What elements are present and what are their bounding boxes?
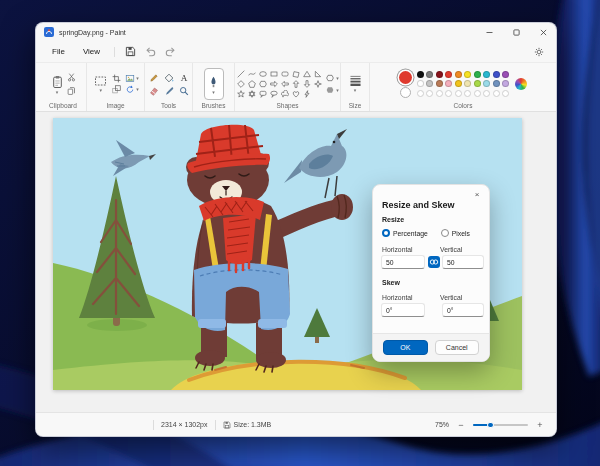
skew-vertical-input[interactable]: [442, 303, 484, 317]
palette-color-r2-5[interactable]: [464, 80, 471, 87]
polygon-shape-icon[interactable]: [291, 70, 300, 79]
palette-color-r1-5[interactable]: [464, 71, 471, 78]
palette-empty-slot-7[interactable]: [483, 90, 490, 97]
palette-empty-slot-8[interactable]: [493, 90, 500, 97]
close-button[interactable]: [532, 23, 554, 41]
shape-outline-button[interactable]: ▾: [325, 74, 339, 82]
line-shape-icon[interactable]: [236, 70, 245, 79]
ribbon-section-image: ▾ ▾ ▾ Image: [87, 63, 145, 111]
edit-colors-wheel-icon[interactable]: [515, 78, 527, 90]
palette-color-r2-6[interactable]: [474, 80, 481, 87]
gear-icon[interactable]: [530, 44, 548, 60]
image-section-label: Image: [106, 102, 124, 110]
palette-color-r1-9[interactable]: [502, 71, 509, 78]
rotate-icon[interactable]: [125, 85, 135, 94]
radio-pixels[interactable]: Pixels: [441, 229, 470, 237]
arrow-right-shape-icon[interactable]: [269, 80, 278, 89]
pencil-tool-icon[interactable]: [148, 73, 159, 83]
palette-color-r2-0[interactable]: [417, 80, 424, 87]
palette-color-r2-4[interactable]: [455, 80, 462, 87]
diamond-shape-icon[interactable]: [236, 80, 245, 89]
zoom-out-button[interactable]: −: [455, 420, 467, 430]
undo-icon[interactable]: [141, 44, 159, 60]
skew-horizontal-input[interactable]: [381, 303, 425, 317]
lightning-shape-icon[interactable]: [302, 90, 311, 99]
cancel-button[interactable]: Cancel: [435, 340, 480, 355]
arrow-down-shape-icon[interactable]: [302, 80, 311, 89]
palette-color-r1-7[interactable]: [483, 71, 490, 78]
star-4-shape-icon[interactable]: [313, 80, 322, 89]
palette-empty-slot-4[interactable]: [455, 90, 462, 97]
crop-icon[interactable]: [112, 74, 121, 83]
palette-color-r2-9[interactable]: [502, 80, 509, 87]
triangle-shape-icon[interactable]: [302, 70, 311, 79]
link-dimensions-button[interactable]: [428, 256, 440, 268]
heart-shape-icon[interactable]: [291, 90, 300, 99]
star-6-shape-icon[interactable]: [247, 90, 256, 99]
palette-empty-slot-5[interactable]: [464, 90, 471, 97]
palette-empty-slot-6[interactable]: [474, 90, 481, 97]
palette-color-r1-3[interactable]: [445, 71, 452, 78]
palette-color-r2-1[interactable]: [426, 80, 433, 87]
resize-vertical-input[interactable]: [442, 255, 484, 269]
paste-button[interactable]: ▾: [51, 74, 64, 95]
zoom-slider-thumb[interactable]: [487, 422, 494, 429]
menu-view[interactable]: View: [75, 45, 108, 58]
cut-icon[interactable]: [67, 72, 76, 82]
color1-swatch[interactable]: [399, 71, 412, 84]
callout-round-shape-icon[interactable]: [258, 90, 267, 99]
oval-shape-icon[interactable]: [258, 70, 267, 79]
hexagon-shape-icon[interactable]: [258, 80, 267, 89]
palette-empty-slot-3[interactable]: [445, 90, 452, 97]
image-dimensions: 2314 × 1302px: [161, 421, 208, 428]
fill-tool-icon[interactable]: [163, 73, 174, 83]
rectangle-shape-icon[interactable]: [269, 70, 278, 79]
callout-cloud-shape-icon[interactable]: [280, 90, 289, 99]
radio-percentage[interactable]: Percentage: [382, 229, 428, 237]
palette-empty-slot-9[interactable]: [502, 90, 509, 97]
palette-color-r2-8[interactable]: [493, 80, 500, 87]
brushes-button[interactable]: ▾: [204, 68, 224, 100]
flip-icon[interactable]: [125, 74, 135, 83]
palette-color-r1-8[interactable]: [493, 71, 500, 78]
palette-empty-slot-1[interactable]: [426, 90, 433, 97]
zoom-slider[interactable]: [473, 421, 528, 429]
ok-button[interactable]: OK: [383, 340, 428, 355]
rounded-rectangle-shape-icon[interactable]: [280, 70, 289, 79]
shape-fill-button[interactable]: ▾: [325, 86, 339, 94]
maximize-button[interactable]: [505, 23, 527, 41]
save-icon[interactable]: [121, 44, 139, 60]
palette-color-r1-2[interactable]: [436, 71, 443, 78]
palette-color-r1-6[interactable]: [474, 71, 481, 78]
redo-icon[interactable]: [161, 44, 179, 60]
dialog-close-button[interactable]: ×: [470, 188, 484, 200]
arrow-left-shape-icon[interactable]: [280, 80, 289, 89]
star-5-shape-icon[interactable]: [236, 90, 245, 99]
right-triangle-shape-icon[interactable]: [313, 70, 322, 79]
palette-color-r2-7[interactable]: [483, 80, 490, 87]
palette-empty-slot-2[interactable]: [436, 90, 443, 97]
pentagon-shape-icon[interactable]: [247, 80, 256, 89]
palette-empty-slot-0[interactable]: [417, 90, 424, 97]
palette-color-r2-3[interactable]: [445, 80, 452, 87]
palette-color-r1-4[interactable]: [455, 71, 462, 78]
color2-swatch[interactable]: [400, 87, 411, 98]
minimize-button[interactable]: [478, 23, 500, 41]
palette-color-r2-2[interactable]: [436, 80, 443, 87]
arrow-up-shape-icon[interactable]: [291, 80, 300, 89]
palette-color-r1-1[interactable]: [426, 71, 433, 78]
text-tool-icon[interactable]: A: [178, 73, 189, 83]
menu-file[interactable]: File: [44, 45, 73, 58]
copy-icon[interactable]: [67, 86, 76, 96]
resize-icon[interactable]: [112, 85, 121, 94]
eyedropper-tool-icon[interactable]: [163, 86, 174, 96]
callout-oval-shape-icon[interactable]: [269, 90, 278, 99]
eraser-tool-icon[interactable]: [148, 86, 159, 96]
palette-color-r1-0[interactable]: [417, 71, 424, 78]
magnifier-tool-icon[interactable]: [178, 86, 189, 96]
size-button[interactable]: ▾: [349, 75, 362, 93]
zoom-in-button[interactable]: +: [534, 420, 546, 430]
curve-shape-icon[interactable]: [247, 70, 256, 79]
resize-horizontal-input[interactable]: [381, 255, 425, 269]
select-button[interactable]: ▾: [92, 75, 109, 93]
